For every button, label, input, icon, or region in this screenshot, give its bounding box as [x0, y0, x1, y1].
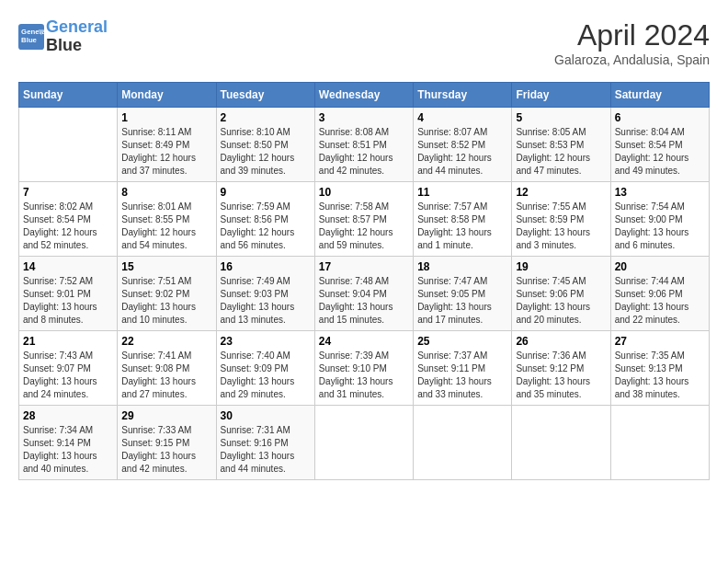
calendar-cell: 14Sunrise: 7:52 AMSunset: 9:01 PMDayligh… — [19, 257, 118, 331]
day-number: 14 — [23, 260, 113, 273]
calendar-header: SundayMondayTuesdayWednesdayThursdayFrid… — [19, 83, 710, 108]
day-number: 11 — [417, 186, 507, 199]
header-cell-wednesday: Wednesday — [314, 83, 413, 108]
calendar-cell: 26Sunrise: 7:36 AMSunset: 9:12 PMDayligh… — [512, 331, 610, 406]
calendar-cell — [610, 406, 709, 480]
day-info: Sunrise: 7:54 AMSunset: 9:00 PMDaylight:… — [615, 201, 705, 252]
day-info: Sunrise: 7:35 AMSunset: 9:13 PMDaylight:… — [615, 350, 705, 401]
day-number: 20 — [615, 260, 705, 273]
calendar-week-5: 28Sunrise: 7:34 AMSunset: 9:14 PMDayligh… — [19, 406, 710, 480]
day-info: Sunrise: 8:02 AMSunset: 8:54 PMDaylight:… — [23, 201, 113, 252]
day-number: 23 — [221, 335, 311, 348]
day-info: Sunrise: 7:33 AMSunset: 9:15 PMDaylight:… — [121, 424, 211, 476]
day-number: 12 — [516, 186, 606, 199]
day-info: Sunrise: 7:51 AMSunset: 9:02 PMDaylight:… — [121, 275, 211, 327]
location-subtitle: Galaroza, Andalusia, Spain — [554, 52, 710, 67]
day-number: 13 — [615, 186, 705, 199]
calendar-cell: 27Sunrise: 7:35 AMSunset: 9:13 PMDayligh… — [610, 331, 709, 406]
day-number: 30 — [221, 409, 311, 422]
logo-icon: General Blue — [18, 24, 44, 50]
calendar-cell: 17Sunrise: 7:48 AMSunset: 9:04 PMDayligh… — [314, 257, 413, 331]
day-number: 8 — [121, 186, 211, 199]
calendar-cell: 16Sunrise: 7:49 AMSunset: 9:03 PMDayligh… — [216, 257, 314, 331]
day-info: Sunrise: 8:11 AMSunset: 8:49 PMDaylight:… — [121, 126, 211, 178]
header-cell-friday: Friday — [512, 83, 610, 108]
day-info: Sunrise: 8:01 AMSunset: 8:55 PMDaylight:… — [121, 201, 211, 252]
calendar-cell: 2Sunrise: 8:10 AMSunset: 8:50 PMDaylight… — [216, 108, 314, 182]
calendar-cell: 25Sunrise: 7:37 AMSunset: 9:11 PMDayligh… — [414, 331, 512, 406]
calendar-cell: 11Sunrise: 7:57 AMSunset: 8:58 PMDayligh… — [414, 182, 512, 257]
day-info: Sunrise: 7:57 AMSunset: 8:58 PMDaylight:… — [417, 201, 507, 252]
calendar-week-4: 21Sunrise: 7:43 AMSunset: 9:07 PMDayligh… — [19, 331, 710, 406]
day-info: Sunrise: 8:10 AMSunset: 8:50 PMDaylight:… — [221, 126, 311, 178]
day-number: 17 — [319, 260, 409, 273]
calendar-cell: 30Sunrise: 7:31 AMSunset: 9:16 PMDayligh… — [216, 406, 314, 480]
day-info: Sunrise: 7:55 AMSunset: 8:59 PMDaylight:… — [516, 201, 606, 252]
day-number: 7 — [23, 186, 113, 199]
calendar-cell: 21Sunrise: 7:43 AMSunset: 9:07 PMDayligh… — [19, 331, 118, 406]
day-number: 1 — [121, 111, 211, 124]
day-info: Sunrise: 7:45 AMSunset: 9:06 PMDaylight:… — [516, 275, 606, 327]
month-title: April 2024 — [554, 18, 710, 52]
day-info: Sunrise: 8:04 AMSunset: 8:54 PMDaylight:… — [615, 126, 705, 178]
day-info: Sunrise: 7:40 AMSunset: 9:09 PMDaylight:… — [221, 350, 311, 401]
calendar-cell: 9Sunrise: 7:59 AMSunset: 8:56 PMDaylight… — [216, 182, 314, 257]
day-info: Sunrise: 7:39 AMSunset: 9:10 PMDaylight:… — [319, 350, 409, 401]
day-info: Sunrise: 7:43 AMSunset: 9:07 PMDaylight:… — [23, 350, 113, 401]
calendar-cell: 6Sunrise: 8:04 AMSunset: 8:54 PMDaylight… — [610, 108, 709, 182]
header-cell-sunday: Sunday — [19, 83, 118, 108]
calendar-cell: 22Sunrise: 7:41 AMSunset: 9:08 PMDayligh… — [118, 331, 216, 406]
day-info: Sunrise: 7:52 AMSunset: 9:01 PMDaylight:… — [23, 275, 113, 327]
header-row: SundayMondayTuesdayWednesdayThursdayFrid… — [19, 83, 710, 108]
svg-text:Blue: Blue — [21, 36, 38, 44]
day-number: 5 — [516, 111, 606, 124]
day-number: 25 — [417, 335, 507, 348]
day-number: 16 — [221, 260, 311, 273]
calendar-week-1: 1Sunrise: 8:11 AMSunset: 8:49 PMDaylight… — [19, 108, 710, 182]
day-number: 4 — [417, 111, 507, 124]
calendar-cell: 12Sunrise: 7:55 AMSunset: 8:59 PMDayligh… — [512, 182, 610, 257]
title-block: April 2024 Galaroza, Andalusia, Spain — [554, 18, 710, 67]
day-info: Sunrise: 8:07 AMSunset: 8:52 PMDaylight:… — [417, 126, 507, 178]
day-number: 29 — [121, 409, 211, 422]
page-header: General Blue GeneralBlue April 2024 Gala… — [18, 18, 710, 67]
day-info: Sunrise: 7:36 AMSunset: 9:12 PMDaylight:… — [516, 350, 606, 401]
calendar-cell: 10Sunrise: 7:58 AMSunset: 8:57 PMDayligh… — [314, 182, 413, 257]
calendar-cell: 3Sunrise: 8:08 AMSunset: 8:51 PMDaylight… — [314, 108, 413, 182]
day-number: 6 — [615, 111, 705, 124]
day-info: Sunrise: 8:05 AMSunset: 8:53 PMDaylight:… — [516, 126, 606, 178]
day-info: Sunrise: 7:34 AMSunset: 9:14 PMDaylight:… — [23, 424, 113, 476]
day-info: Sunrise: 7:44 AMSunset: 9:06 PMDaylight:… — [615, 275, 705, 327]
calendar-week-2: 7Sunrise: 8:02 AMSunset: 8:54 PMDaylight… — [19, 182, 710, 257]
calendar-cell: 15Sunrise: 7:51 AMSunset: 9:02 PMDayligh… — [118, 257, 216, 331]
calendar-body: 1Sunrise: 8:11 AMSunset: 8:49 PMDaylight… — [19, 108, 710, 480]
calendar-cell: 13Sunrise: 7:54 AMSunset: 9:00 PMDayligh… — [610, 182, 709, 257]
day-info: Sunrise: 8:08 AMSunset: 8:51 PMDaylight:… — [319, 126, 409, 178]
day-number: 26 — [516, 335, 606, 348]
day-number: 27 — [615, 335, 705, 348]
day-info: Sunrise: 7:58 AMSunset: 8:57 PMDaylight:… — [319, 201, 409, 252]
calendar-cell — [19, 108, 118, 182]
calendar-cell — [512, 406, 610, 480]
day-info: Sunrise: 7:48 AMSunset: 9:04 PMDaylight:… — [319, 275, 409, 327]
day-info: Sunrise: 7:59 AMSunset: 8:56 PMDaylight:… — [221, 201, 311, 252]
calendar-cell: 19Sunrise: 7:45 AMSunset: 9:06 PMDayligh… — [512, 257, 610, 331]
calendar-cell: 5Sunrise: 8:05 AMSunset: 8:53 PMDaylight… — [512, 108, 610, 182]
header-cell-saturday: Saturday — [610, 83, 709, 108]
calendar-cell: 18Sunrise: 7:47 AMSunset: 9:05 PMDayligh… — [414, 257, 512, 331]
day-number: 3 — [319, 111, 409, 124]
header-cell-thursday: Thursday — [414, 83, 512, 108]
calendar-cell: 28Sunrise: 7:34 AMSunset: 9:14 PMDayligh… — [19, 406, 118, 480]
day-number: 10 — [319, 186, 409, 199]
day-number: 2 — [221, 111, 311, 124]
day-info: Sunrise: 7:47 AMSunset: 9:05 PMDaylight:… — [417, 275, 507, 327]
calendar-cell: 29Sunrise: 7:33 AMSunset: 9:15 PMDayligh… — [118, 406, 216, 480]
day-number: 9 — [221, 186, 311, 199]
calendar-cell: 4Sunrise: 8:07 AMSunset: 8:52 PMDaylight… — [414, 108, 512, 182]
calendar-cell: 24Sunrise: 7:39 AMSunset: 9:10 PMDayligh… — [314, 331, 413, 406]
calendar-cell: 20Sunrise: 7:44 AMSunset: 9:06 PMDayligh… — [610, 257, 709, 331]
calendar-cell — [414, 406, 512, 480]
calendar-cell: 8Sunrise: 8:01 AMSunset: 8:55 PMDaylight… — [118, 182, 216, 257]
calendar-table: SundayMondayTuesdayWednesdayThursdayFrid… — [18, 82, 710, 480]
day-number: 22 — [121, 335, 211, 348]
